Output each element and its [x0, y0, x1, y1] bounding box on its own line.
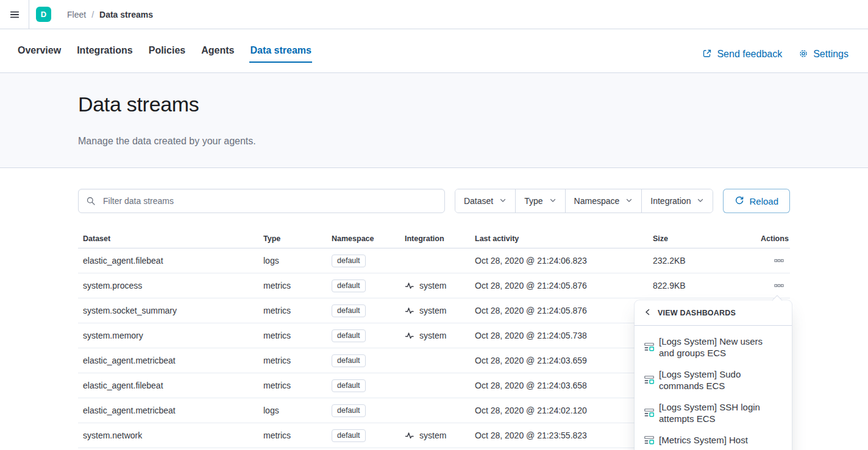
dataset-cell: elastic_agent.metricbeat [78, 356, 258, 365]
chevron-down-icon [625, 196, 633, 206]
size-cell: 822.9KB [648, 281, 756, 290]
search-input[interactable] [78, 189, 445, 213]
last-activity-cell: Oct 28, 2020 @ 21:23:55.823 [470, 431, 648, 440]
last-activity-cell: Oct 28, 2020 @ 21:24:05.738 [470, 331, 648, 340]
back-button[interactable] [644, 308, 651, 317]
dashboard-link[interactable]: [Logs System] New users and groups ECS [635, 331, 792, 364]
namespace-badge: default [332, 354, 366, 367]
filter-namespace[interactable]: Namespace [566, 189, 642, 213]
filter-group: Dataset Type Namespace Integration [455, 189, 713, 213]
dataset-cell: system.memory [78, 331, 258, 340]
namespace-cell: default [327, 255, 400, 267]
namespace-badge: default [332, 255, 366, 267]
reload-button[interactable]: Reload [723, 189, 790, 213]
namespace-badge: default [332, 379, 366, 392]
integration-label: system [419, 306, 446, 315]
filter-type-label: Type [524, 196, 542, 206]
namespace-badge: default [332, 404, 366, 417]
column-actions: Actions [756, 234, 795, 243]
settings-label: Settings [813, 48, 848, 60]
type-cell: metrics [258, 356, 327, 365]
tab-policies[interactable]: Policies [148, 29, 186, 63]
gear-icon [799, 49, 808, 58]
namespace-cell: default [327, 429, 400, 442]
breadcrumb-fleet[interactable]: Fleet [67, 10, 86, 19]
breadcrumb: Fleet / Data streams [67, 10, 153, 19]
tab-data-streams[interactable]: Data streams [249, 29, 312, 63]
refresh-icon [735, 196, 744, 206]
last-activity-cell: Oct 28, 2020 @ 21:24:02.120 [470, 406, 648, 415]
space-avatar[interactable]: D [36, 7, 51, 22]
dashboard-icon [644, 342, 654, 352]
column-size: Size [648, 234, 756, 243]
type-cell: metrics [258, 306, 327, 315]
dataset-cell: elastic_agent.filebeat [78, 256, 258, 265]
send-feedback-link[interactable]: Send feedback [702, 44, 782, 63]
page-header: Data streams Manage the data created by … [0, 73, 868, 168]
tabs: Overview Integrations Policies Agents Da… [17, 29, 312, 63]
size-cell: 232.2KB [648, 256, 756, 265]
namespace-cell: default [327, 404, 400, 417]
breadcrumb-separator: / [91, 10, 94, 19]
filter-dataset[interactable]: Dataset [455, 189, 516, 213]
pulse-icon [405, 331, 414, 340]
actions-cell [756, 256, 790, 265]
dataset-cell: system.network [78, 431, 258, 440]
namespace-cell: default [327, 354, 400, 367]
dashboard-link-label: [Logs System] New users and groups ECS [659, 336, 770, 359]
filter-type[interactable]: Type [516, 189, 565, 213]
page-title: Data streams [78, 92, 790, 117]
last-activity-cell: Oct 28, 2020 @ 21:24:03.658 [470, 381, 648, 390]
dashboard-link[interactable]: [Logs System] Sudo commands ECS [635, 364, 792, 396]
popover-title: VIEW DASHBOARDS [658, 309, 736, 317]
dataset-cell: system.process [78, 281, 258, 290]
popover-items: [Logs System] New users and groups ECS[L… [635, 326, 792, 450]
dashboard-link[interactable]: [Logs System] SSH login attempts ECS [635, 396, 792, 429]
dashboard-link-label: [Logs System] Sudo commands ECS [659, 368, 770, 392]
toolbar: Dataset Type Namespace Integration Reloa… [78, 189, 790, 213]
filter-integration[interactable]: Integration [642, 189, 713, 213]
dataset-cell: elastic_agent.filebeat [78, 381, 258, 390]
filter-dataset-label: Dataset [464, 196, 493, 206]
integration-cell: system [400, 281, 470, 290]
search-box [78, 189, 445, 213]
namespace-badge: default [332, 279, 366, 292]
menu-button[interactable] [0, 0, 29, 29]
last-activity-cell: Oct 28, 2020 @ 21:24:06.823 [470, 256, 648, 265]
breadcrumb-current: Data streams [99, 10, 153, 19]
filter-namespace-label: Namespace [574, 196, 620, 206]
filter-integration-label: Integration [650, 196, 691, 206]
type-cell: metrics [258, 431, 327, 440]
last-activity-cell: Oct 28, 2020 @ 21:24:05.876 [470, 306, 648, 315]
dashboard-link[interactable]: [Metrics System] Host [635, 429, 792, 450]
top-bar: D Fleet / Data streams [0, 0, 868, 29]
chevron-down-icon [697, 196, 704, 206]
pulse-icon [405, 281, 414, 290]
namespace-cell: default [327, 279, 400, 292]
column-last-activity: Last activity [470, 234, 648, 243]
table-row: system.processmetricsdefaultsystemOct 28… [78, 273, 790, 298]
type-cell: metrics [258, 331, 327, 340]
send-feedback-label: Send feedback [717, 48, 782, 60]
tab-overview[interactable]: Overview [17, 29, 62, 63]
actions-cell [756, 281, 790, 290]
search-icon [86, 196, 96, 206]
table-header: Dataset Type Namespace Integration Last … [78, 230, 790, 248]
tab-bar: Overview Integrations Policies Agents Da… [0, 29, 868, 73]
chevron-left-icon [644, 308, 651, 317]
tab-integrations[interactable]: Integrations [76, 29, 133, 63]
dashboard-icon [644, 375, 654, 385]
type-cell: metrics [258, 281, 327, 290]
pulse-icon [405, 306, 414, 315]
actions-button[interactable] [774, 256, 784, 265]
namespace-badge: default [332, 304, 366, 317]
chevron-down-icon [549, 196, 557, 206]
settings-link[interactable]: Settings [799, 44, 848, 63]
popover-header: VIEW DASHBOARDS [635, 300, 792, 326]
pulse-icon [405, 431, 414, 440]
dashboard-icon [644, 408, 654, 418]
tab-agents[interactable]: Agents [201, 29, 235, 63]
actions-button[interactable] [774, 281, 784, 290]
namespace-badge: default [332, 329, 366, 342]
last-activity-cell: Oct 28, 2020 @ 21:24:05.876 [470, 281, 648, 290]
